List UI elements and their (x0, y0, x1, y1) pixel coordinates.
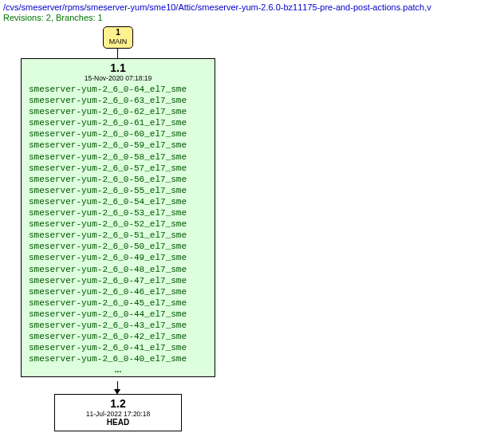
revision-date: 11-Jul-2022 17:20:18 (60, 410, 176, 418)
revision-node-1-2[interactable]: 1.2 11-Jul-2022 17:20:18 HEAD (54, 394, 182, 431)
branch-number: 1 (116, 28, 120, 37)
revision-version: 1.1 (26, 61, 210, 74)
head-label: HEAD (60, 418, 176, 427)
graph-canvas: 1 MAIN 1.1 15-Nov-2020 07:18:19 smeserve… (0, 24, 504, 427)
revisions-summary: Revisions: 2, Branches: 1 (0, 12, 504, 24)
tags-ellipsis: ... (26, 365, 210, 375)
revision-node-1-1[interactable]: 1.1 15-Nov-2020 07:18:19 smeserver-yum-2… (21, 58, 215, 377)
revision-date: 15-Nov-2020 07:18:19 (26, 74, 210, 82)
file-path: /cvs/smeserver/rpms/smeserver-yum/sme10/… (0, 0, 504, 12)
revision-version: 1.2 (60, 397, 176, 410)
branch-node-main[interactable]: 1 MAIN (102, 26, 134, 49)
connector-line (117, 49, 118, 58)
tag-list: smeserver-yum-2_6_0-64_el7_sme smeserver… (26, 84, 210, 364)
branch-label: MAIN (109, 37, 128, 45)
